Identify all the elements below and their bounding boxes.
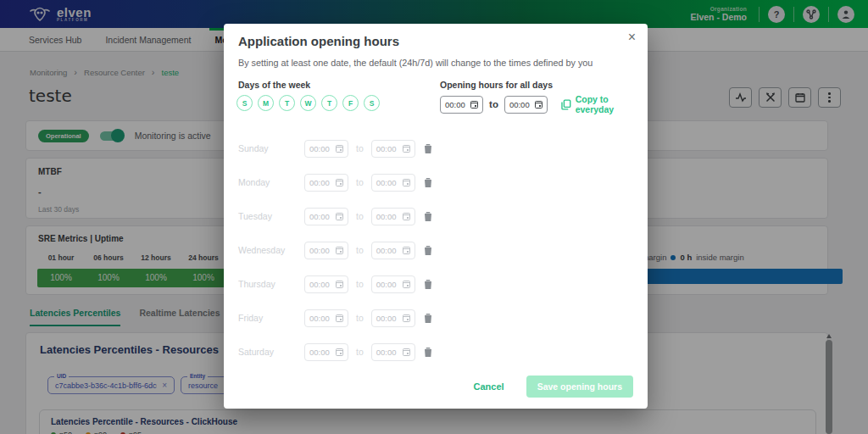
day-label: Saturday bbox=[238, 347, 304, 357]
delete-row-button[interactable] bbox=[424, 313, 432, 323]
time-value: 00:00 bbox=[376, 314, 397, 323]
trash-icon bbox=[424, 347, 432, 357]
time-value: 00:00 bbox=[376, 280, 397, 289]
weekday-saturday[interactable]: S bbox=[364, 95, 380, 111]
day-label: Thursday bbox=[238, 279, 304, 289]
time-value: 00:00 bbox=[376, 348, 397, 357]
all-days-to-input[interactable]: 00:00 bbox=[504, 96, 548, 114]
calendar-icon bbox=[336, 179, 343, 186]
day-label: Sunday bbox=[238, 143, 304, 153]
time-value: 00:00 bbox=[376, 246, 397, 255]
from-time-input[interactable]: 00:00 bbox=[304, 208, 348, 225]
time-value: 00:00 bbox=[309, 280, 330, 289]
day-row-thursday: Thursday 00:00 to 00:00 bbox=[238, 275, 432, 293]
day-row-wednesday: Wednesday 00:00 to 00:00 bbox=[238, 241, 432, 259]
weekday-sunday[interactable]: S bbox=[236, 95, 253, 111]
to-time-input[interactable]: 00:00 bbox=[371, 174, 415, 192]
from-time-input[interactable]: 00:00 bbox=[304, 343, 348, 361]
to-label: to bbox=[488, 99, 499, 109]
day-row-friday: Friday 00:00 to 00:00 bbox=[238, 309, 432, 327]
delete-row-button[interactable] bbox=[424, 211, 432, 221]
days-of-week-label: Days of the week bbox=[238, 80, 310, 90]
calendar-icon bbox=[403, 348, 410, 356]
to-time-input[interactable]: 00:00 bbox=[371, 208, 415, 225]
to-time-input[interactable]: 00:00 bbox=[371, 275, 415, 293]
day-row-saturday: Saturday 00:00 to 00:00 bbox=[238, 342, 432, 361]
weekday-tuesday[interactable]: T bbox=[279, 95, 295, 111]
calendar-icon bbox=[403, 281, 410, 288]
calendar-icon bbox=[336, 348, 343, 356]
delete-row-button[interactable] bbox=[424, 245, 432, 255]
delete-row-button[interactable] bbox=[424, 279, 432, 289]
day-label: Tuesday bbox=[238, 211, 304, 221]
modal-title: Application opening hours bbox=[238, 34, 399, 48]
cancel-button[interactable]: Cancel bbox=[474, 381, 504, 392]
time-value: 00:00 bbox=[309, 246, 330, 255]
to-label: to bbox=[355, 143, 364, 153]
calendar-icon bbox=[403, 314, 410, 322]
calendar-icon bbox=[403, 213, 410, 220]
to-label: to bbox=[355, 347, 364, 357]
to-label: to bbox=[355, 177, 364, 187]
time-value: 00:00 bbox=[309, 178, 330, 187]
time-value: 00:00 bbox=[376, 144, 397, 153]
all-days-from-input[interactable]: 00:00 bbox=[440, 96, 483, 114]
trash-icon bbox=[424, 313, 432, 323]
day-label: Friday bbox=[238, 313, 304, 323]
opening-hours-modal: Application opening hours By setting at … bbox=[224, 24, 648, 409]
close-icon[interactable] bbox=[628, 31, 636, 44]
delete-row-button[interactable] bbox=[424, 143, 432, 153]
delete-row-button[interactable] bbox=[424, 347, 432, 357]
copy-to-everyday-button[interactable]: Copy to everyday bbox=[561, 94, 648, 114]
from-time-input[interactable]: 00:00 bbox=[304, 242, 348, 259]
modal-subtitle: By setting at least one date, the defaul… bbox=[238, 58, 593, 68]
delete-row-button[interactable] bbox=[424, 177, 432, 187]
opening-hours-label: Opening hours for all days bbox=[440, 80, 553, 90]
to-time-input[interactable]: 00:00 bbox=[371, 343, 415, 361]
calendar-icon bbox=[403, 145, 410, 153]
copy-icon bbox=[561, 99, 571, 110]
calendar-icon bbox=[336, 281, 343, 288]
trash-icon bbox=[424, 177, 432, 187]
save-opening-hours-button[interactable]: Save opening hours bbox=[526, 376, 633, 398]
calendar-icon bbox=[336, 145, 343, 153]
to-label: to bbox=[355, 279, 364, 289]
weekday-monday[interactable]: M bbox=[258, 95, 274, 111]
from-time-input[interactable]: 00:00 bbox=[304, 140, 348, 158]
modal-footer: Cancel Save opening hours bbox=[474, 376, 633, 398]
from-time-input[interactable]: 00:00 bbox=[304, 174, 348, 192]
time-value: 00:00 bbox=[309, 314, 330, 323]
trash-icon bbox=[424, 143, 432, 153]
screen: elven PLATFORM Organization Elven - Demo bbox=[0, 0, 868, 434]
time-value: 00:00 bbox=[376, 212, 397, 221]
trash-icon bbox=[424, 245, 432, 255]
calendar-icon bbox=[336, 314, 343, 322]
weekday-wednesday[interactable]: W bbox=[300, 95, 316, 111]
day-row-monday: Monday 00:00 to 00:00 bbox=[238, 173, 432, 192]
time-value: 00:00 bbox=[309, 212, 330, 221]
calendar-icon bbox=[336, 247, 343, 254]
time-value: 00:00 bbox=[445, 100, 465, 109]
from-time-input[interactable]: 00:00 bbox=[304, 275, 348, 293]
day-row-sunday: Sunday 00:00 to 00:00 bbox=[238, 139, 432, 158]
to-label: to bbox=[355, 313, 364, 323]
weekday-selector: S M T W T F S bbox=[236, 95, 380, 111]
calendar-icon bbox=[535, 101, 542, 108]
to-time-input[interactable]: 00:00 bbox=[371, 140, 415, 158]
to-label: to bbox=[355, 245, 364, 255]
trash-icon bbox=[424, 211, 432, 221]
weekday-friday[interactable]: F bbox=[342, 95, 359, 111]
calendar-icon bbox=[336, 213, 343, 220]
day-label: Wednesday bbox=[238, 245, 304, 255]
to-time-input[interactable]: 00:00 bbox=[371, 309, 415, 327]
time-value: 00:00 bbox=[509, 100, 530, 109]
time-value: 00:00 bbox=[309, 144, 330, 153]
all-days-hours-row: 00:00 to 00:00 Copy to everyday bbox=[440, 94, 648, 114]
copy-label: Copy to everyday bbox=[576, 94, 648, 114]
trash-icon bbox=[424, 279, 432, 289]
day-label: Monday bbox=[238, 177, 304, 187]
weekday-thursday[interactable]: T bbox=[321, 95, 337, 111]
calendar-icon bbox=[403, 179, 410, 186]
to-time-input[interactable]: 00:00 bbox=[371, 242, 415, 259]
from-time-input[interactable]: 00:00 bbox=[304, 309, 348, 327]
